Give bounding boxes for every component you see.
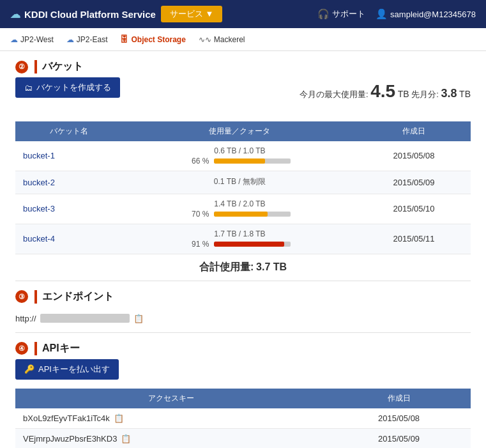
usage-current-label: 今月の最大使用量: [300,89,368,99]
copy-apikey-icon[interactable]: 📋 [121,434,131,444]
endpoint-url: http:// 📋 [15,314,471,323]
apikey-table-row: VEjmrpJwuzPbsrE3hKD3📋2015/05/09 [15,428,471,448]
usage-current-unit: TB [398,89,409,99]
usage-text: 1.7 TB / 1.8 TB [130,229,349,238]
bucket-create-icon: 🗂 [24,83,33,93]
create-apikey-button[interactable]: 🔑 APIキーを払い出す [15,359,119,380]
endpoint-blurred [40,314,130,323]
usage-text: 0.1 TB / 無制限 [130,176,349,187]
progress-wrap: 91 % [130,240,349,249]
cloud-logo-icon: ☁ [10,8,20,20]
endpoint-section-title: エンドポイント [34,290,114,304]
headset-icon: 🎧 [317,8,330,20]
total-label: 合計使用量: [199,261,254,272]
progress-wrap: 70 % [130,210,349,219]
apikey-section-heading: ④ APIキー [15,333,471,359]
apikey-section: ④ APIキー 🔑 APIキーを払い出す アクセスキー 作成日 bXoL9zfE… [15,333,471,448]
user-icon: 👤 [376,8,388,20]
progress-bar-fill [214,212,268,217]
storage-icon: 🗄 [120,35,128,44]
usage-text: 1.4 TB / 2.0 TB [130,199,349,208]
bucket-name-cell[interactable]: bucket-2 [15,171,123,194]
user-label: sampleid@M12345678 [390,10,476,19]
bucket-col-usage: 使用量／クォータ [123,121,357,141]
main-content: ② バケット 🗂 バケットを作成する 今月の最大使用量: 4.5 TB 先月分:… [0,51,486,448]
header-logo: ☁ KDDI Cloud Platform Service [10,8,156,20]
bucket-table-row: bucket-10.6 TB / 1.0 TB66 %2015/05/08 [15,141,471,171]
usage-prev-label: 先月分: [411,89,439,99]
apikey-create-icon: 🔑 [24,364,34,374]
bucket-usage-stats: 今月の最大使用量: 4.5 TB 先月分: 3.8 TB [300,77,471,106]
user-menu[interactable]: 👤 sampleid@M12345678 [376,8,476,20]
bucket-section: ② バケット 🗂 バケットを作成する 今月の最大使用量: 4.5 TB 先月分:… [15,51,471,281]
progress-bar-bg [214,242,291,247]
support-label: サポート [332,8,365,20]
header: ☁ KDDI Cloud Platform Service サービス ▼ 🎧 サ… [0,0,486,28]
apikey-key-cell: VEjmrpJwuzPbsrE3hKD3📋 [15,429,327,448]
bucket-name-cell[interactable]: bucket-4 [15,224,123,254]
bucket-table-row: bucket-31.4 TB / 2.0 TB70 %2015/05/10 [15,194,471,224]
support-link[interactable]: 🎧 サポート [317,8,365,20]
bucket-date-cell: 2015/05/08 [357,141,471,171]
bucket-date-cell: 2015/05/09 [357,171,471,194]
copy-endpoint-icon[interactable]: 📋 [133,314,144,323]
progress-bar-bg [214,212,291,217]
usage-prev-unit: TB [459,89,471,99]
bucket-date-cell: 2015/05/11 [357,224,471,254]
subnav-item-jp2west[interactable]: ☁ JP2-West [10,35,54,44]
progress-wrap: 66 % [130,157,349,166]
apikey-value: VEjmrpJwuzPbsrE3hKD3 [23,434,117,444]
progress-label: 91 % [188,240,209,249]
bucket-name-cell[interactable]: bucket-1 [15,141,123,171]
apikey-table: アクセスキー 作成日 bXoL9zfEyvTFak1iTc4k📋2015/05/… [15,389,471,448]
bucket-section-badge: ② [15,61,28,73]
endpoint-section-badge: ③ [15,290,28,303]
subnav-jp2east-label: JP2-East [77,35,108,44]
bucket-col-name: バケット名 [15,121,123,141]
bucket-table-row: bucket-41.7 TB / 1.8 TB91 %2015/05/11 [15,224,471,254]
copy-apikey-icon[interactable]: 📋 [114,413,124,423]
subnav-mackerel-label: Mackerel [214,35,245,44]
usage-prev-value: 3.8 [441,87,457,100]
apikey-section-title: APIキー [34,342,80,355]
apikey-key-cell: bXoL9zfEyvTFak1iTc4k📋 [15,408,327,428]
progress-bar-bg [214,158,291,164]
mackerel-icon: ∿∿ [199,35,211,44]
apikey-date-cell: 2015/05/09 [327,428,471,448]
create-bucket-label: バケットを作成する [36,82,111,93]
progress-label: 70 % [188,210,209,219]
bucket-usage-cell: 0.6 TB / 1.0 TB66 % [123,141,357,171]
apikey-date-cell: 2015/05/08 [327,408,471,429]
progress-bar-fill [214,158,264,164]
total-value: 3.7 TB [256,261,287,272]
progress-label: 66 % [188,157,209,166]
header-left: ☁ KDDI Cloud Platform Service サービス ▼ [10,6,222,22]
bucket-usage-cell: 1.4 TB / 2.0 TB70 % [123,194,357,224]
bucket-usage-cell: 0.1 TB / 無制限 [123,171,357,194]
apikey-table-row: bXoL9zfEyvTFak1iTc4k📋2015/05/08 [15,408,471,429]
subnav-item-objectstorage[interactable]: 🗄 Object Storage [120,35,185,44]
service-nav-button[interactable]: サービス ▼ [161,6,222,22]
service-nav-label: サービス ▼ [170,8,213,20]
create-bucket-button[interactable]: 🗂 バケットを作成する [15,77,120,98]
subnav-objectstorage-label: Object Storage [131,35,185,44]
usage-text: 0.6 TB / 1.0 TB [130,146,349,155]
create-apikey-label: APIキーを払い出す [38,364,110,375]
bucket-col-date: 作成日 [357,121,471,141]
subnav-item-mackerel[interactable]: ∿∿ Mackerel [199,35,245,44]
bucket-table-row: bucket-20.1 TB / 無制限2015/05/09 [15,171,471,194]
cloud-icon-jp2west: ☁ [10,35,18,44]
subnav: ☁ JP2-West ☁ JP2-East 🗄 Object Storage ∿… [0,28,486,51]
endpoint-section: ③ エンドポイント http:// 📋 [15,281,471,323]
apikey-value: bXoL9zfEyvTFak1iTc4k [23,413,110,423]
bucket-name-cell[interactable]: bucket-3 [15,194,123,224]
cloud-icon-jp2east: ☁ [66,35,74,44]
progress-bar-fill [214,242,284,247]
apikey-col-key: アクセスキー [15,389,327,408]
bucket-section-title: バケット [34,60,83,73]
logo-text: KDDI Cloud Platform Service [24,9,156,20]
subnav-jp2west-label: JP2-West [20,35,54,44]
bucket-table: バケット名 使用量／クォータ 作成日 bucket-10.6 TB / 1.0 … [15,121,471,254]
header-right: 🎧 サポート 👤 sampleid@M12345678 [317,8,476,20]
subnav-item-jp2east[interactable]: ☁ JP2-East [66,35,108,44]
